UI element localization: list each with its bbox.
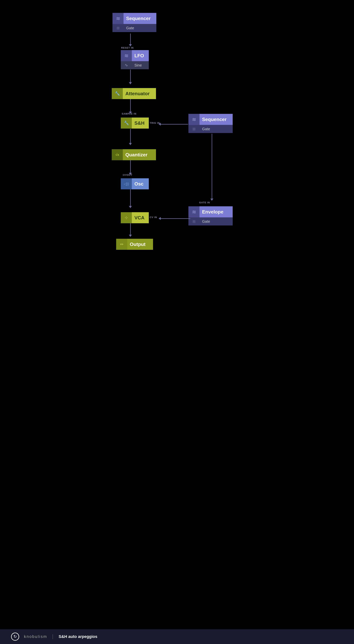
reset-in-label: RESET IN [121,46,134,49]
arrow-seq1-lfo [129,34,132,46]
lfo-footer-icon: ∿ [121,61,132,69]
quantizer-title: Quantizer [123,149,156,160]
sequencer1-icon: ≋ [113,13,124,24]
sequencer2-title: Sequencer [199,114,233,125]
envelope-icon: ≋ [188,206,199,217]
sample-in-label: SAMPLE IN [122,112,136,115]
sequencer2-header: ≋ Sequencer [188,114,233,125]
lfo-module: ≋ LFO ∿ Sine [121,50,149,69]
footer-separator: │ [52,634,54,639]
sequencer1-footer: ⊞ Gate [113,24,156,32]
trig-in-label: TRIG IN [150,122,160,124]
footer-brand: knobulism [24,634,47,639]
output-header: ⇔ Output [116,239,153,250]
attenuator-module: 🔧 Attenuator [112,88,156,99]
arrow-seq2-sh [159,123,188,126]
sequencer2-footer-label: Gate [199,125,233,133]
output-module: ⇔ Output [116,239,153,250]
attenuator-icon: 🔧 [112,88,123,99]
arrow-sh-quant [129,129,132,145]
sequencer1-module: ≋ Sequencer ⊞ Gate [113,13,156,32]
osc-module: ◁)) Osc [121,178,149,189]
envelope-module: ≋ Envelope ⊞ Gate [188,206,233,226]
lfo-header: ≋ LFO [121,50,149,61]
osc-header: ◁)) Osc [121,178,149,189]
arrow-osc-vca [129,189,132,208]
quantizer-header: √x Quantizer [112,149,156,160]
sequencer1-footer-icon: ⊞ [113,24,124,32]
quantizer-icon: √x [112,149,123,160]
envelope-footer: ⊞ Gate [188,217,233,226]
vca-module: ⊹ VCA [121,212,149,223]
footer-title: S&H auto arpeggios [59,634,97,639]
vca-header: ⊹ VCA [121,212,149,223]
quantizer-module: √x Quantizer [112,149,156,160]
osc-icon: ◁)) [121,178,132,189]
sh-header: 🔧 S&H [121,118,149,128]
footer-logo: ↻ [11,632,19,641]
osc-title: Osc [132,178,149,189]
envelope-title: Envelope [199,206,233,217]
sequencer2-icon: ≋ [188,114,199,125]
sequencer2-footer: ⊞ Gate [188,125,233,133]
attenuator-title: Attenuator [123,88,156,99]
sequencer2-module: ≋ Sequencer ⊞ Gate [188,114,233,133]
vca-icon: ⊹ [121,212,132,223]
sequencer1-footer-label: Gate [124,24,156,32]
arrow-seq2-env [210,134,213,201]
gate-in-label: GATE IN [199,201,210,204]
envelope-header: ≋ Envelope [188,206,233,217]
arrow-att-sh [129,99,132,114]
lfo-icon: ≋ [121,50,132,61]
arrow-vca-output [129,223,132,237]
output-icon: ⇔ [116,239,127,250]
arrow-lfo-att [129,70,132,84]
sequencer2-footer-icon: ⊞ [188,125,199,133]
lfo-footer: ∿ Sine [121,61,149,69]
lfo-title: LFO [132,50,149,61]
sequencer1-header: ≋ Sequencer [113,13,156,24]
cv-in-label: CV IN [150,216,157,219]
output-title: Output [127,239,153,250]
lfo-footer-label: Sine [132,61,149,69]
sh-module: 🔧 S&H [121,118,149,128]
vca-title: VCA [132,212,149,223]
arrow-quant-osc [129,160,132,175]
sequencer1-title: Sequencer [124,13,156,24]
sh-title: S&H [132,118,149,128]
arrow-env-vca [159,217,190,220]
sh-icon: 🔧 [121,118,132,128]
footer-bar: ↻ knobulism │ S&H auto arpeggios [0,629,354,644]
envelope-footer-label: Gate [199,217,233,226]
1voct-label: 1V/OCT [123,174,132,176]
attenuator-header: 🔧 Attenuator [112,88,156,99]
